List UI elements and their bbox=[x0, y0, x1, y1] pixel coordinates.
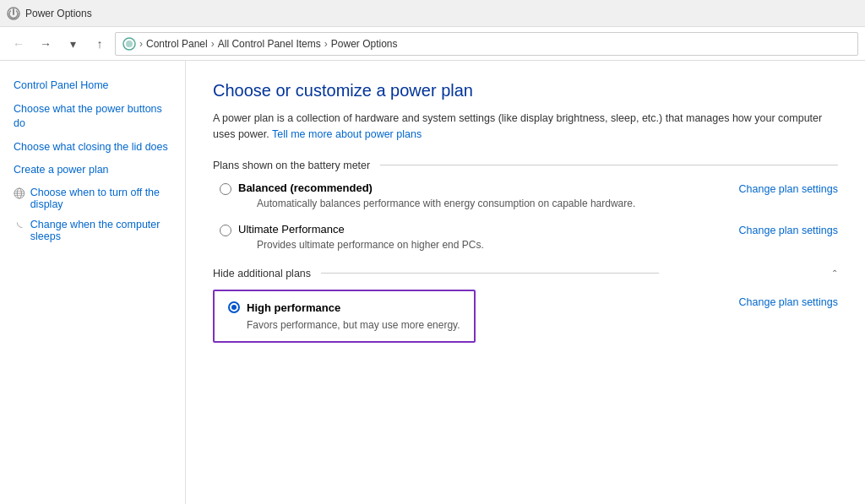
sidebar-item-computer-sleeps[interactable]: Change when the computer sleeps bbox=[0, 214, 185, 247]
sidebar-item-control-panel-home[interactable]: Control Panel Home bbox=[0, 74, 185, 98]
radio-balanced[interactable] bbox=[220, 183, 231, 195]
control-panel-icon bbox=[122, 37, 136, 51]
title-bar-text: Power Options bbox=[25, 8, 92, 19]
address-path: › Control Panel › All Control Panel Item… bbox=[115, 32, 858, 56]
plan-item-balanced: Balanced (recommended) Automatically bal… bbox=[213, 182, 838, 209]
plan-name-high-performance: High performance bbox=[247, 301, 340, 314]
title-bar: Power Options bbox=[0, 0, 865, 27]
radio-inner bbox=[231, 305, 237, 310]
plan-name-balanced: Balanced (recommended) bbox=[238, 182, 373, 194]
path-segment-1: Control Panel bbox=[146, 38, 208, 50]
plans-shown-header: Plans shown on the battery meter bbox=[213, 160, 838, 171]
radio-ultimate[interactable] bbox=[220, 225, 231, 236]
plan-desc-ultimate: Provides ultimate performance on higher … bbox=[238, 239, 484, 251]
content-area: Choose or customize a power plan A power… bbox=[186, 61, 865, 504]
dropdown-button[interactable]: ▾ bbox=[61, 32, 84, 56]
change-plan-high-performance[interactable]: Change plan settings bbox=[739, 295, 838, 308]
section-divider bbox=[380, 165, 838, 165]
address-bar: ← → ▾ ↑ › Control Panel › All Control Pa… bbox=[0, 27, 865, 61]
radio-high-performance[interactable] bbox=[228, 301, 240, 313]
path-sep-2: › bbox=[211, 38, 215, 50]
plan-name-ultimate: Ultimate Performance bbox=[238, 223, 345, 236]
sidebar-item-lid-does[interactable]: Choose what closing the lid does bbox=[0, 136, 185, 160]
section-divider-2 bbox=[321, 273, 659, 274]
learn-more-link[interactable]: Tell me more about power plans bbox=[272, 128, 422, 140]
plan-item-ultimate: Ultimate Performance Provides ultimate p… bbox=[213, 223, 838, 251]
sidebar: Control Panel Home Choose what the power… bbox=[0, 61, 186, 504]
page-description: A power plan is a collection of hardware… bbox=[213, 111, 838, 143]
moon-icon bbox=[14, 219, 25, 232]
plan-desc-balanced: Automatically balances performance with … bbox=[238, 198, 635, 209]
forward-button[interactable]: → bbox=[34, 32, 57, 56]
sidebar-item-power-buttons[interactable]: Choose what the power buttons do bbox=[0, 98, 185, 136]
change-plan-balanced[interactable]: Change plan settings bbox=[739, 182, 838, 195]
sidebar-item-create-plan[interactable]: Create a power plan bbox=[0, 159, 185, 182]
hide-additional-header: Hide additional plans ⌃ bbox=[213, 268, 838, 279]
page-title: Choose or customize a power plan bbox=[213, 81, 838, 100]
path-segment-2: All Control Panel Items bbox=[218, 38, 321, 50]
path-segment-3: Power Options bbox=[331, 38, 398, 50]
main-container: Control Panel Home Choose what the power… bbox=[0, 61, 865, 504]
power-options-icon bbox=[7, 7, 20, 20]
change-plan-ultimate[interactable]: Change plan settings bbox=[739, 223, 838, 236]
up-button[interactable]: ↑ bbox=[88, 32, 112, 56]
svg-point-3 bbox=[126, 41, 133, 47]
sidebar-item-turn-off-display[interactable]: Choose when to turn off the display bbox=[0, 182, 185, 214]
path-sep-3: › bbox=[324, 38, 328, 50]
path-sep-1: › bbox=[139, 38, 143, 50]
plan-item-high-performance: High performance Favors performance, but… bbox=[213, 290, 476, 343]
chevron-up-icon[interactable]: ⌃ bbox=[831, 268, 838, 278]
plan-desc-high-performance: Favors performance, but may use more ene… bbox=[228, 319, 460, 331]
back-button[interactable]: ← bbox=[7, 32, 30, 56]
globe-icon bbox=[14, 187, 25, 200]
